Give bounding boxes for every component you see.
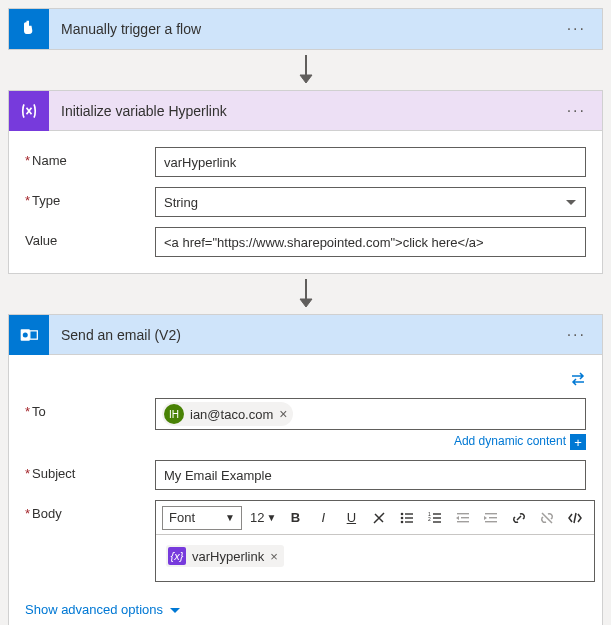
variable-title: Initialize variable Hyperlink	[49, 103, 563, 119]
font-size-select[interactable]: 12▼	[246, 506, 278, 530]
font-select[interactable]: Font▼	[162, 506, 242, 530]
name-input[interactable]: varHyperlink	[155, 147, 586, 177]
svg-rect-11	[405, 517, 413, 518]
outlook-icon	[9, 315, 49, 355]
remove-recipient-icon[interactable]: ×	[279, 407, 287, 421]
manual-trigger-icon	[9, 9, 49, 49]
svg-marker-25	[484, 516, 487, 520]
editor-toolbar: Font▼ 12▼ B I U 12	[156, 501, 594, 535]
trigger-header[interactable]: Manually trigger a flow ···	[9, 9, 602, 49]
avatar: IH	[164, 404, 184, 424]
underline-button[interactable]: U	[338, 505, 364, 531]
name-label: *Name	[25, 147, 155, 168]
variable-icon	[9, 91, 49, 131]
add-dynamic-content-link[interactable]: Add dynamic content	[454, 434, 566, 450]
strike-button[interactable]	[366, 505, 392, 531]
value-label: Value	[25, 227, 155, 248]
svg-rect-10	[405, 513, 413, 514]
variable-token-icon: {x}	[168, 547, 186, 565]
variable-header[interactable]: Initialize variable Hyperlink ···	[9, 91, 602, 131]
value-input[interactable]: <a href="https://www.sharepointed.com">c…	[155, 227, 586, 257]
svg-rect-20	[457, 521, 469, 522]
svg-rect-15	[433, 513, 441, 514]
to-label: *To	[25, 398, 155, 419]
subject-input[interactable]: My Email Example	[155, 460, 586, 490]
svg-marker-21	[456, 516, 459, 520]
recipient-pill[interactable]: IH ian@taco.com ×	[162, 402, 293, 426]
svg-point-6	[23, 332, 28, 337]
variable-card: Initialize variable Hyperlink ··· *Name …	[8, 90, 603, 274]
svg-rect-24	[485, 521, 497, 522]
svg-rect-23	[489, 517, 497, 518]
svg-point-9	[401, 520, 404, 523]
recipient-email: ian@taco.com	[190, 407, 273, 422]
svg-marker-1	[300, 75, 312, 83]
chevron-down-icon	[565, 196, 577, 208]
code-view-button[interactable]	[562, 505, 588, 531]
email-body-section: *To IH ian@taco.com × Add dynamic conten…	[9, 355, 602, 625]
outdent-button[interactable]	[450, 505, 476, 531]
type-select[interactable]: String	[155, 187, 586, 217]
email-card: Send an email (V2) ··· *To IH ian@taco.c…	[8, 314, 603, 625]
type-label: *Type	[25, 187, 155, 208]
svg-rect-22	[485, 513, 497, 514]
to-input[interactable]: IH ian@taco.com ×	[155, 398, 586, 430]
number-list-button[interactable]: 12	[422, 505, 448, 531]
bullet-list-button[interactable]	[394, 505, 420, 531]
add-dynamic-content-button[interactable]: +	[570, 434, 586, 450]
trigger-title: Manually trigger a flow	[49, 21, 563, 37]
rich-text-editor: Font▼ 12▼ B I U 12	[155, 500, 595, 582]
indent-button[interactable]	[478, 505, 504, 531]
email-menu-button[interactable]: ···	[563, 326, 590, 344]
link-button[interactable]	[506, 505, 532, 531]
variable-token[interactable]: {x} varHyperlink ×	[166, 545, 284, 567]
email-title: Send an email (V2)	[49, 327, 563, 343]
svg-point-7	[401, 512, 404, 515]
svg-rect-19	[461, 517, 469, 518]
connector-arrow-2	[8, 274, 603, 314]
email-header[interactable]: Send an email (V2) ···	[9, 315, 602, 355]
svg-rect-12	[405, 521, 413, 522]
subject-label: *Subject	[25, 460, 155, 481]
trigger-card: Manually trigger a flow ···	[8, 8, 603, 50]
unlink-button[interactable]	[534, 505, 560, 531]
remove-token-icon[interactable]: ×	[270, 549, 278, 564]
italic-button[interactable]: I	[310, 505, 336, 531]
editor-content[interactable]: {x} varHyperlink ×	[156, 535, 594, 581]
svg-text:2: 2	[428, 516, 431, 522]
chevron-down-icon	[169, 604, 181, 616]
connector-arrow-1	[8, 50, 603, 90]
variable-body: *Name varHyperlink *Type String Value <a…	[9, 131, 602, 273]
svg-rect-17	[433, 521, 441, 522]
svg-rect-5	[30, 330, 38, 338]
svg-point-8	[401, 516, 404, 519]
svg-rect-18	[457, 513, 469, 514]
svg-rect-16	[433, 517, 441, 518]
variable-menu-button[interactable]: ···	[563, 102, 590, 120]
show-advanced-options-link[interactable]: Show advanced options	[25, 602, 181, 617]
body-label: *Body	[25, 500, 155, 521]
svg-marker-3	[300, 299, 312, 307]
bold-button[interactable]: B	[282, 505, 308, 531]
trigger-menu-button[interactable]: ···	[563, 20, 590, 38]
swap-icon[interactable]	[570, 371, 586, 390]
